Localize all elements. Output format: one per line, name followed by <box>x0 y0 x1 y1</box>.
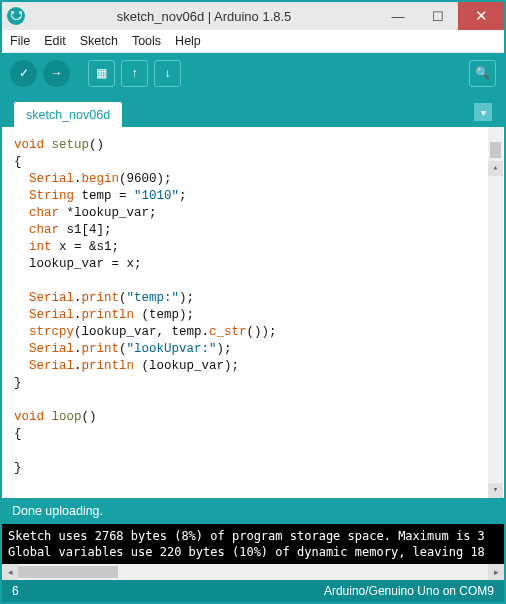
editor-vertical-scrollbar[interactable]: ▴ ▾ <box>488 127 503 498</box>
scroll-right-icon[interactable]: ▸ <box>488 564 504 580</box>
toolbar: ✓ → ▦ ↑ ↓ 🔍 <box>2 53 504 93</box>
app-icon <box>7 7 25 25</box>
console-horizontal-scrollbar[interactable]: ◂ ▸ <box>2 564 504 580</box>
app-window: sketch_nov06d | Arduino 1.8.5 — ☐ ✕ File… <box>0 0 506 604</box>
minimize-button[interactable]: — <box>378 2 418 30</box>
status-message: Done uploading. <box>12 504 103 518</box>
serial-monitor-button[interactable]: 🔍 <box>469 60 496 87</box>
string-literal: "1010" <box>134 189 179 203</box>
scroll-left-icon[interactable]: ◂ <box>2 564 18 580</box>
menu-file[interactable]: File <box>10 34 30 48</box>
new-button[interactable]: ▦ <box>88 60 115 87</box>
console-line: Global variables use 220 bytes (10%) of … <box>8 545 485 559</box>
func-name: setup <box>52 138 90 152</box>
verify-button[interactable]: ✓ <box>10 60 37 87</box>
tabbar: sketch_nov06d ▾ <box>2 93 504 127</box>
window-title: sketch_nov06d | Arduino 1.8.5 <box>30 9 378 24</box>
maximize-button[interactable]: ☐ <box>418 2 458 30</box>
save-button[interactable]: ↓ <box>154 60 181 87</box>
console-line: Sketch uses 2768 bytes (8%) of program s… <box>8 529 485 543</box>
class-name: Serial <box>29 172 74 186</box>
line-number: 6 <box>12 584 19 598</box>
keyword: void <box>14 138 44 152</box>
menu-tools[interactable]: Tools <box>132 34 161 48</box>
tab-menu-dropdown[interactable]: ▾ <box>474 103 492 121</box>
scrollbar-thumb[interactable] <box>490 142 501 158</box>
menubar: File Edit Sketch Tools Help <box>2 30 504 53</box>
menu-sketch[interactable]: Sketch <box>80 34 118 48</box>
footer-bar: 6 Arduino/Genuino Uno on COM9 <box>2 580 504 602</box>
open-button[interactable]: ↑ <box>121 60 148 87</box>
method: begin <box>82 172 120 186</box>
console-output[interactable]: Sketch uses 2768 bytes (8%) of program s… <box>2 524 504 564</box>
tab-sketch[interactable]: sketch_nov06d <box>14 102 122 127</box>
window-buttons: — ☐ ✕ <box>378 2 504 30</box>
upload-button[interactable]: → <box>43 60 70 87</box>
close-button[interactable]: ✕ <box>458 2 504 30</box>
menu-help[interactable]: Help <box>175 34 201 48</box>
code-editor[interactable]: void setup() { Serial.begin(9600); Strin… <box>2 127 504 498</box>
titlebar[interactable]: sketch_nov06d | Arduino 1.8.5 — ☐ ✕ <box>2 2 504 30</box>
menu-edit[interactable]: Edit <box>44 34 66 48</box>
board-port-label: Arduino/Genuino Uno on COM9 <box>324 584 494 598</box>
status-bar: Done uploading. <box>2 498 504 524</box>
scroll-down-icon[interactable]: ▾ <box>488 483 503 498</box>
scrollbar-thumb[interactable] <box>18 566 118 578</box>
scroll-up-icon[interactable]: ▴ <box>488 161 503 176</box>
